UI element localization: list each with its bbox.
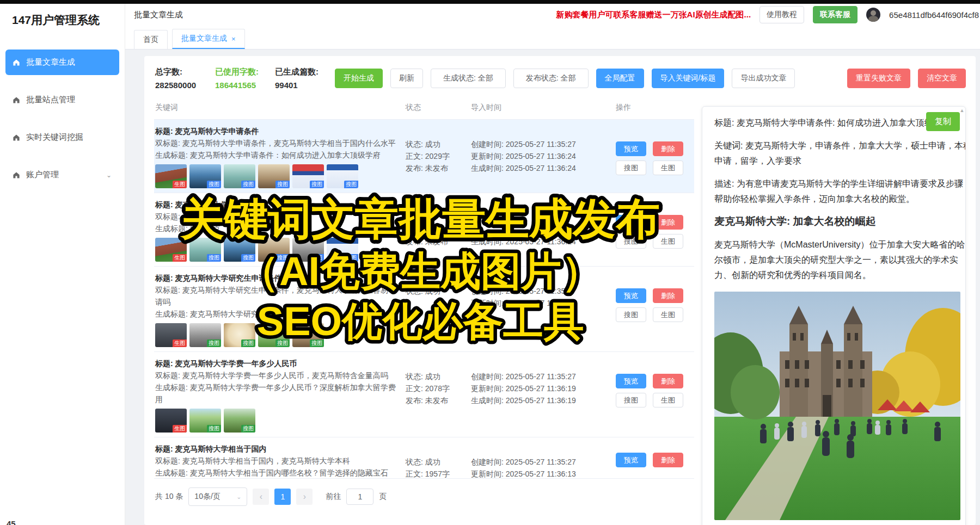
thumbnail-tag: 搜图 xyxy=(310,339,324,347)
delete-button[interactable]: 删除 xyxy=(653,453,683,467)
copy-button[interactable]: 复制 xyxy=(926,112,960,131)
article-thumbnail[interactable]: 生图 xyxy=(155,323,187,347)
sidebar-item-batch-site[interactable]: 批量站点管理 xyxy=(5,87,119,113)
article-thumbnail[interactable]: 搜图 xyxy=(189,323,221,347)
campus-photo-illustration xyxy=(714,292,960,520)
sidebar-item-account[interactable]: 账户管理 ⌄ xyxy=(5,162,119,188)
preview-button[interactable]: 预览 xyxy=(616,453,646,467)
contact-support-button[interactable]: 联系客服 xyxy=(813,6,857,23)
scrollbar[interactable]: ▲ xyxy=(959,108,965,525)
refresh-button[interactable]: 刷新 xyxy=(390,69,423,88)
close-tab-icon[interactable]: × xyxy=(231,35,236,43)
row-word-count: 正文: 2078字 xyxy=(406,382,467,394)
article-title: 标题: 麦克马斯特大学相当于国内 xyxy=(155,443,401,455)
thumbnail-tag: 搜图 xyxy=(207,339,221,347)
page-size-select[interactable]: 10条/页 ⌄ xyxy=(188,487,247,506)
table-row[interactable]: 标题: 麦克马斯特大学申请条件 双标题: 麦克马斯特大学申请条件，麦克马斯特大学… xyxy=(154,120,694,193)
preview-button[interactable]: 预览 xyxy=(616,288,646,303)
tab-batch-article[interactable]: 批量文章生成 × xyxy=(172,29,245,49)
thumbnail-tag: 搜图 xyxy=(207,181,221,188)
article-title: 标题: 麦克马斯特大学 xyxy=(155,199,401,211)
sidebar-menu: 批量文章生成 批量站点管理 实时关键词挖掘 账户管理 ⌄ xyxy=(0,38,125,188)
article-thumbnail[interactable]: 搜图 xyxy=(224,409,255,433)
generate-image-button[interactable]: 生图 xyxy=(653,307,683,322)
generate-image-button[interactable]: 生图 xyxy=(653,234,683,249)
table-row[interactable]: 标题: 麦克马斯特大学相当于国内 双标题: 麦克马斯特大学相当于国内，麦克马斯特… xyxy=(154,437,694,479)
article-thumbnail[interactable]: 生图 xyxy=(155,409,187,433)
row-publish-status: 发布: 未发布 xyxy=(406,394,467,406)
search-image-button[interactable]: 搜图 xyxy=(616,160,646,175)
delete-button[interactable]: 删除 xyxy=(653,374,683,388)
tab-label: 批量文章生成 xyxy=(181,34,227,44)
row-created-time xyxy=(471,212,611,224)
article-gen-title: 生成标题: 麦克马斯特大学学费一年多少人民币？深度解析加拿大留学费用 xyxy=(155,381,401,405)
generate-image-button[interactable]: 生图 xyxy=(653,160,683,175)
article-dual-title: 双标题: 麦克马斯特大学学费一年多少人民币，麦克马斯特含金量高吗 xyxy=(155,369,401,381)
delete-button[interactable]: 删除 xyxy=(653,215,683,230)
article-thumbnail[interactable]: 搜图 xyxy=(258,238,290,262)
sidebar-item-batch-article[interactable]: 批量文章生成 xyxy=(5,50,119,75)
publish-status-filter[interactable]: 发布状态: 全部 xyxy=(513,69,589,88)
announcement-banner[interactable]: 新购套餐用户可联系客服赠送一万张AI原创生成配图... xyxy=(556,10,751,20)
row-created-time: 创建时间: 2025-05-27 11:35:27 xyxy=(471,370,611,382)
sidebar-item-keyword-mining[interactable]: 实时关键词挖掘 xyxy=(5,125,119,150)
thumbnail-tag: 搜图 xyxy=(275,254,290,262)
row-generated-time: 生成时间: 2025-05-27 11:36:19 xyxy=(471,394,611,406)
preview-button[interactable]: 预览 xyxy=(616,215,646,230)
tutorial-button[interactable]: 使用教程 xyxy=(759,6,804,23)
export-articles-button[interactable]: 导出成功文章 xyxy=(732,69,795,88)
stat-label: 已使用字数: xyxy=(215,67,267,77)
table-header-row: 关键词 状态 导入时间 操作 xyxy=(154,97,694,120)
preview-button[interactable]: 预览 xyxy=(616,374,646,388)
row-status: 状态: 成功 xyxy=(406,370,467,382)
tab-home[interactable]: 首页 xyxy=(134,30,168,49)
stat-value: 99401 xyxy=(275,81,327,90)
article-thumbnail[interactable]: 搜图 xyxy=(258,323,290,347)
article-thumbnail[interactable]: 搜图 xyxy=(224,323,255,347)
import-keywords-button[interactable]: 导入关键词/标题 xyxy=(652,69,725,88)
row-updated-time: 更新时间: 2025-05-27 11:36:13 xyxy=(471,468,611,479)
generate-image-button[interactable]: 生图 xyxy=(653,393,683,407)
article-thumbnail[interactable]: 搜图 xyxy=(327,238,358,262)
stat-value: 282580000 xyxy=(155,81,207,90)
row-updated-time: 更新时间: 2025-05-27 11:36:24 xyxy=(471,150,611,162)
article-thumbnail[interactable]: 生图 xyxy=(155,164,187,188)
article-thumbnail[interactable]: 搜图 xyxy=(224,238,255,262)
article-thumbnail[interactable]: 搜图 xyxy=(327,164,358,188)
delete-button[interactable]: 删除 xyxy=(653,141,683,156)
thumbnail-tag: 搜图 xyxy=(344,181,358,188)
generate-status-filter[interactable]: 生成状态: 全部 xyxy=(431,69,506,88)
main-card: 总字数: 282580000 已使用字数: 186441565 已生成篇数: 9… xyxy=(144,56,976,525)
reset-failed-button[interactable]: 重置失败文章 xyxy=(847,69,910,88)
search-image-button[interactable]: 搜图 xyxy=(616,307,646,322)
table-row[interactable]: 标题: 麦克马斯特大学 双标题: 麦克马斯特大 生成标题: 探索麦克 生图搜图搜… xyxy=(154,193,694,267)
table-row[interactable]: 标题: 麦克马斯特大学学费一年多少人民币 双标题: 麦克马斯特大学学费一年多少人… xyxy=(154,352,694,437)
current-page-button[interactable]: 1 xyxy=(274,489,291,505)
search-image-button[interactable]: 搜图 xyxy=(616,234,646,249)
stat-total-words: 总字数: 282580000 xyxy=(155,67,207,90)
global-config-button[interactable]: 全局配置 xyxy=(596,69,644,88)
article-thumbnail[interactable]: 搜图 xyxy=(224,164,255,188)
prev-page-button[interactable]: ‹ xyxy=(253,489,269,505)
search-image-button[interactable]: 搜图 xyxy=(616,393,646,407)
goto-label: 前往 xyxy=(326,492,341,502)
article-dual-title: 双标题: 麦克马斯特大学相当于国内，麦克马斯特大学本科 xyxy=(155,455,401,467)
clear-articles-button[interactable]: 清空文章 xyxy=(918,69,966,88)
delete-button[interactable]: 删除 xyxy=(653,288,683,303)
next-page-button[interactable]: › xyxy=(296,489,313,505)
article-thumbnail[interactable]: 搜图 xyxy=(292,323,324,347)
article-thumbnail[interactable]: 搜图 xyxy=(189,409,221,433)
sidebar-item-label: 账户管理 xyxy=(26,170,59,180)
article-thumbnail[interactable]: 搜图 xyxy=(189,238,221,262)
preview-button[interactable]: 预览 xyxy=(616,141,646,156)
article-thumbnail[interactable]: 搜图 xyxy=(189,164,221,188)
table-row[interactable]: 标题: 麦克马斯特大学研究生申请条件 双标题: 麦克马斯特大学研究生申请条件，麦… xyxy=(154,267,694,352)
article-thumbnail[interactable]: 生图 xyxy=(155,238,187,262)
article-thumbnail[interactable]: 搜图 xyxy=(292,164,324,188)
avatar[interactable] xyxy=(866,8,880,22)
article-thumbnail[interactable]: 搜图 xyxy=(292,238,324,262)
goto-page-input[interactable] xyxy=(346,489,373,505)
start-generate-button[interactable]: 开始生成 xyxy=(335,69,383,88)
article-thumbnail[interactable]: 搜图 xyxy=(258,164,290,188)
row-publish-status: 发布: 未发布 xyxy=(406,236,467,248)
